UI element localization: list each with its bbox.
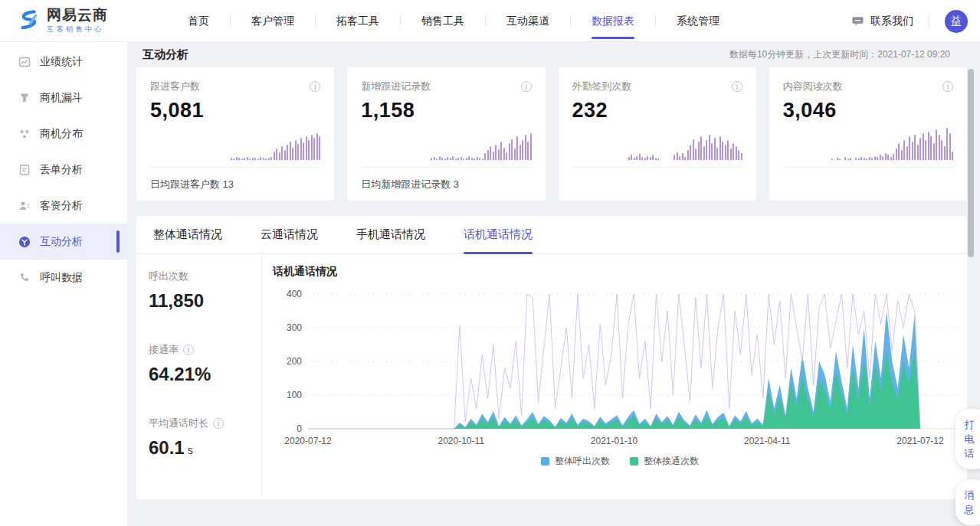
- card-sparkline: [572, 126, 742, 160]
- stat-value: 64.21%: [149, 364, 261, 385]
- stat-label: 平均通话时长: [149, 417, 208, 430]
- nav-item-home[interactable]: 首页: [167, 0, 230, 42]
- vertical-scrollbar-thumb[interactable]: [968, 69, 974, 257]
- tab-cloud-calls[interactable]: 云通话情况: [261, 216, 318, 253]
- info-icon[interactable]: i: [213, 418, 224, 429]
- legend-item-connected[interactable]: 整体接通次数: [630, 455, 699, 468]
- card-value: 5,081: [150, 99, 320, 123]
- sidebar-item-opportunity-distribution[interactable]: 商机分布: [0, 116, 127, 152]
- nav-item-sales-tools[interactable]: 销售工具: [401, 0, 485, 42]
- chart-legend: 整体呼出次数 整体接通次数: [273, 455, 967, 468]
- sidebar-item-interaction-analysis[interactable]: 互动分析: [0, 224, 127, 260]
- sidebar-item-label: 呼叫数据: [40, 271, 83, 285]
- sidebar-item-label: 商机漏斗: [40, 91, 83, 105]
- card-footer: [783, 167, 953, 201]
- card-value: 3,046: [783, 99, 953, 123]
- contact-us-button[interactable]: 联系我们: [851, 15, 913, 28]
- netease-logo[interactable]: 网易云商 互客销售中心: [0, 8, 167, 34]
- user-avatar[interactable]: 益: [945, 10, 968, 33]
- stat-unit: s: [188, 444, 193, 456]
- svg-text:200: 200: [287, 356, 302, 367]
- chart-area: 话机通话情况 01002003004002020-07-122020-10-11…: [262, 254, 967, 498]
- sidebar-item-opportunity-funnel[interactable]: 商机漏斗: [0, 80, 127, 116]
- card-title: 内容阅读次数: [783, 80, 843, 93]
- nav-item-data-reports[interactable]: 数据报表: [571, 0, 655, 42]
- stat-card-followed-customers: 跟进客户数 i 5,081 日均跟进客户数 13: [136, 67, 334, 201]
- sidebar-item-lost-order-analysis[interactable]: 丢单分析: [0, 152, 127, 188]
- legend-swatch-blue: [541, 457, 549, 466]
- stat-avg-call-duration: 平均通话时长 i 60.1s: [149, 417, 261, 459]
- svg-text:2021-07-12: 2021-07-12: [896, 436, 944, 446]
- info-icon[interactable]: i: [732, 81, 742, 92]
- stat-card-content-reads: 内容阅读次数 i 3,046: [769, 67, 967, 201]
- chart-title: 话机通话情况: [273, 265, 967, 279]
- topbar: 网易云商 互客销售中心 首页 客户管理 拓客工具 销售工具 互动渠道 数据报表 …: [0, 0, 980, 42]
- messages-label: 消息: [964, 488, 975, 517]
- call-tabs: 整体通话情况 云通话情况 手机通话情况 话机通话情况: [136, 216, 967, 254]
- top-nav: 首页 客户管理 拓客工具 销售工具 互动渠道 数据报表 系统管理: [167, 0, 740, 42]
- phone-icon: [18, 272, 31, 284]
- customer-icon: [18, 200, 31, 212]
- call-volume-chart: 01002003004002020-07-122020-10-112021-01…: [273, 282, 962, 455]
- stat-card-new-followup-records: 新增跟进记录数 i 1,158 日均新增跟进记录数 3: [347, 67, 545, 201]
- sidebar-item-label: 商机分布: [40, 127, 83, 141]
- stat-value: 11,850: [149, 290, 261, 312]
- tab-desk-phone-calls[interactable]: 话机通话情况: [464, 216, 533, 253]
- card-footer: [572, 167, 742, 201]
- sidebar-item-customer-analysis[interactable]: 客资分析: [0, 188, 127, 224]
- trend-chart-icon: [18, 56, 31, 68]
- info-icon[interactable]: i: [521, 81, 532, 92]
- legend-label: 整体接通次数: [644, 455, 699, 468]
- card-title: 外勤签到次数: [572, 80, 632, 93]
- data-update-note: 数据每10分钟更新，上次更新时间：2021-07-12 09:20: [729, 48, 950, 61]
- sidebar: 业绩统计 商机漏斗 商机分布 丢单分析 客资分析 互动分析 呼叫数: [0, 42, 127, 526]
- stat-outbound-calls: 呼出次数 11,850: [149, 270, 261, 312]
- contact-us-label: 联系我们: [870, 15, 913, 28]
- info-icon[interactable]: i: [310, 81, 320, 92]
- legend-item-outbound[interactable]: 整体呼出次数: [541, 455, 610, 468]
- logo-title: 网易云商: [47, 8, 108, 23]
- make-call-label: 打电话: [964, 417, 975, 461]
- stat-cards-row: 跟进客户数 i 5,081 日均跟进客户数 13 新增跟进记录数 i 1,158…: [136, 67, 967, 201]
- call-analysis-panel: 整体通话情况 云通话情况 手机通话情况 话机通话情况 呼出次数 11,850 接…: [136, 216, 967, 499]
- make-call-floating-button[interactable]: 打电话: [955, 409, 980, 469]
- nav-item-system-mgmt[interactable]: 系统管理: [656, 0, 740, 42]
- card-footer: 日均跟进客户数 13: [150, 167, 320, 201]
- card-title: 跟进客户数: [150, 80, 200, 93]
- chat-bubble-icon: [851, 15, 864, 27]
- info-icon[interactable]: i: [183, 345, 194, 355]
- logo-subtitle: 互客销售中心: [47, 25, 108, 34]
- svg-text:400: 400: [287, 289, 302, 299]
- netease-logo-icon: [17, 8, 40, 34]
- interaction-icon: [18, 236, 31, 248]
- card-value: 1,158: [361, 99, 531, 123]
- info-icon[interactable]: i: [942, 81, 953, 92]
- legend-label: 整体呼出次数: [555, 455, 610, 468]
- sidebar-item-performance-stats[interactable]: 业绩统计: [0, 44, 127, 80]
- card-value: 232: [572, 99, 742, 123]
- card-sparkline: [361, 126, 531, 160]
- stat-card-field-checkins: 外勤签到次数 i 232: [559, 67, 756, 201]
- call-stats-column: 呼出次数 11,850 接通率 i 64.21% 平均通话时长 i: [136, 254, 262, 498]
- svg-text:2020-07-12: 2020-07-12: [284, 436, 332, 446]
- nav-item-prospecting-tools[interactable]: 拓客工具: [316, 0, 400, 42]
- topbar-divider: [929, 15, 929, 28]
- svg-text:2021-04-11: 2021-04-11: [744, 436, 791, 446]
- svg-text:2021-01-10: 2021-01-10: [591, 436, 638, 446]
- nav-item-interaction-channels[interactable]: 互动渠道: [486, 0, 570, 42]
- svg-text:2020-10-11: 2020-10-11: [438, 436, 485, 446]
- nav-item-customer-mgmt[interactable]: 客户管理: [231, 0, 315, 42]
- svg-text:300: 300: [287, 322, 302, 333]
- sidebar-item-label: 互动分析: [40, 235, 83, 249]
- tab-overall-calls[interactable]: 整体通话情况: [153, 216, 222, 253]
- main-content: 互动分析 数据每10分钟更新，上次更新时间：2021-07-12 09:20 跟…: [136, 42, 967, 526]
- card-sparkline: [150, 126, 320, 160]
- svg-text:100: 100: [287, 390, 302, 400]
- tab-mobile-calls[interactable]: 手机通话情况: [356, 216, 425, 253]
- messages-floating-button[interactable]: 消息: [955, 479, 980, 525]
- sidebar-item-call-data[interactable]: 呼叫数据: [0, 260, 127, 296]
- sidebar-item-label: 丢单分析: [40, 163, 83, 177]
- stat-value: 60.1s: [149, 437, 261, 459]
- stat-label: 呼出次数: [149, 270, 188, 283]
- funnel-icon: [18, 92, 31, 104]
